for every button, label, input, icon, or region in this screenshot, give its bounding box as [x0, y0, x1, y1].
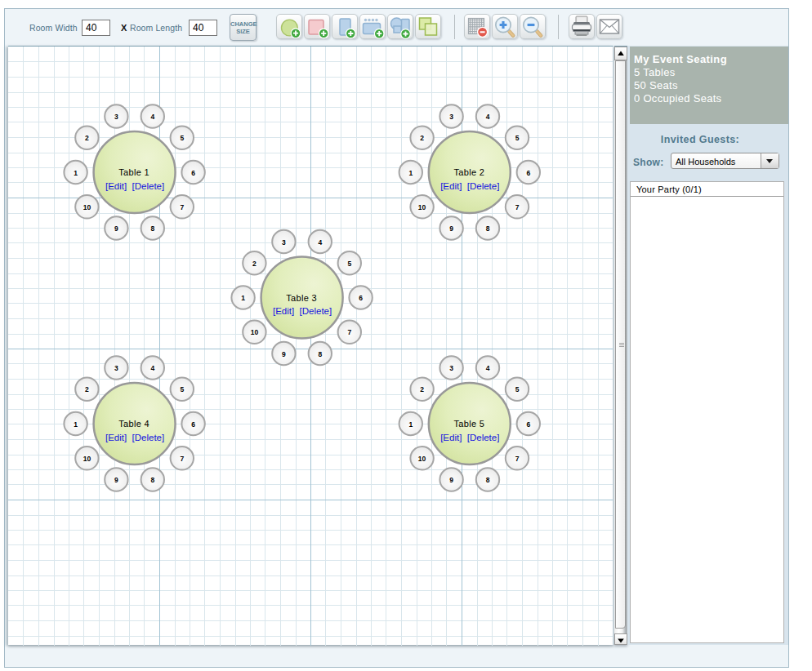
svg-text:3: 3 [114, 113, 118, 121]
svg-text:6: 6 [191, 169, 195, 177]
svg-text:1: 1 [241, 294, 245, 302]
svg-text:10: 10 [83, 455, 91, 463]
svg-text:[Edit] [Delete]: [Edit] [Delete] [440, 181, 499, 191]
svg-text:8: 8 [150, 476, 154, 484]
svg-text:10: 10 [418, 203, 426, 211]
svg-text:4: 4 [486, 113, 490, 121]
svg-text:9: 9 [449, 224, 453, 233]
svg-text:7: 7 [180, 203, 184, 211]
svg-text:2: 2 [420, 134, 424, 142]
svg-text:4: 4 [318, 238, 322, 247]
svg-text:2: 2 [252, 260, 257, 268]
svg-text:3: 3 [282, 238, 286, 247]
svg-text:Table 4: Table 4 [118, 419, 149, 429]
svg-text:5: 5 [180, 134, 184, 142]
svg-text:1: 1 [74, 169, 78, 177]
svg-text:5: 5 [347, 260, 351, 268]
svg-text:7: 7 [515, 203, 520, 211]
svg-text:2: 2 [85, 134, 89, 142]
svg-text:Table 5: Table 5 [454, 419, 485, 429]
svg-text:4: 4 [150, 113, 154, 121]
svg-text:6: 6 [359, 294, 363, 302]
svg-text:8: 8 [150, 224, 154, 233]
svg-text:6: 6 [526, 169, 530, 177]
svg-text:2: 2 [85, 385, 89, 393]
svg-text:7: 7 [180, 455, 184, 463]
svg-text:3: 3 [449, 364, 453, 372]
svg-text:10: 10 [83, 203, 91, 211]
svg-text:10: 10 [418, 455, 426, 463]
svg-text:9: 9 [449, 476, 453, 484]
svg-text:1: 1 [408, 169, 413, 177]
svg-text:2: 2 [420, 385, 424, 393]
svg-text:6: 6 [191, 420, 195, 429]
svg-text:1: 1 [74, 420, 78, 429]
svg-text:3: 3 [449, 113, 453, 121]
svg-text:[Edit] [Delete]: [Edit] [Delete] [440, 433, 499, 442]
svg-text:5: 5 [515, 385, 520, 393]
svg-text:Table 3: Table 3 [286, 293, 317, 303]
svg-text:3: 3 [114, 364, 118, 372]
svg-text:8: 8 [486, 476, 490, 484]
svg-text:Table 2: Table 2 [454, 167, 485, 177]
svg-text:4: 4 [150, 364, 154, 372]
svg-text:[Edit] [Delete]: [Edit] [Delete] [105, 181, 164, 191]
svg-text:7: 7 [515, 455, 520, 463]
svg-text:Table 1: Table 1 [118, 167, 149, 177]
svg-text:7: 7 [347, 328, 351, 336]
svg-text:4: 4 [486, 364, 490, 372]
svg-text:10: 10 [251, 328, 259, 336]
svg-text:9: 9 [114, 224, 118, 233]
svg-text:9: 9 [282, 350, 286, 358]
svg-text:8: 8 [486, 224, 490, 233]
svg-text:[Edit] [Delete]: [Edit] [Delete] [105, 433, 164, 442]
svg-text:[Edit] [Delete]: [Edit] [Delete] [273, 306, 332, 316]
svg-text:9: 9 [114, 476, 118, 484]
svg-text:8: 8 [318, 350, 322, 358]
svg-text:1: 1 [408, 420, 413, 429]
svg-text:5: 5 [180, 385, 184, 393]
svg-text:5: 5 [515, 134, 520, 142]
svg-text:6: 6 [526, 420, 530, 429]
